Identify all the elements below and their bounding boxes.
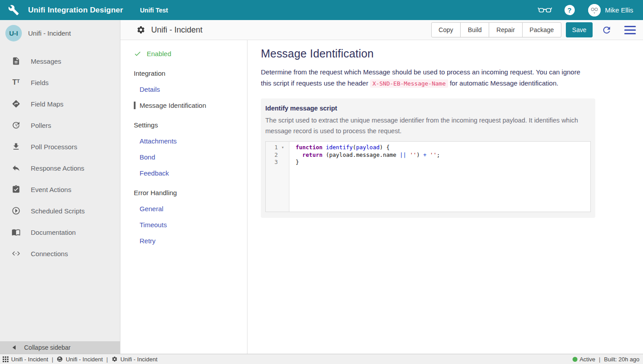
statusbar-shortcut-grid[interactable]: Unifi - Incident — [3, 356, 48, 363]
sidebar-item-documentation[interactable]: Documentation — [0, 221, 120, 243]
fields-icon: TT — [11, 78, 21, 86]
app-icon — [57, 356, 63, 362]
section-title-integration: Integration — [134, 70, 247, 77]
nav-item-feedback[interactable]: Feedback — [140, 169, 247, 177]
nav-item-message-identification[interactable]: Message Identification — [134, 102, 247, 109]
card-description: The script used to extract the unique me… — [265, 115, 591, 136]
sidebar-item-poll-processors[interactable]: Poll Processors — [0, 136, 120, 157]
collapse-sidebar-button[interactable]: Collapse sidebar — [0, 341, 120, 354]
sidebar-item-scheduled-scripts[interactable]: Scheduled Scripts — [0, 200, 120, 221]
nav-item-general[interactable]: General — [140, 205, 247, 213]
nav-item-attachments[interactable]: Attachments — [140, 137, 247, 145]
sidebar-item-label: Messages — [31, 57, 61, 65]
card-title: Identify message script — [265, 105, 591, 112]
check-icon — [134, 50, 141, 57]
statusbar-shortcut-gear[interactable]: Unifi - Incident — [111, 356, 157, 363]
main-description: Determine from the request which Message… — [261, 66, 587, 89]
main-panel: Message Identification Determine from th… — [247, 40, 643, 354]
help-icon[interactable]: ? — [565, 5, 575, 15]
content-header: Unifi - Incident Copy Build Repair Packa… — [120, 20, 643, 40]
sidebar-item-label: Documentation — [31, 229, 76, 236]
top-bar: Unifi Integration Designer Unifi Test ? … — [0, 0, 643, 20]
separator: | — [599, 356, 600, 363]
separator: | — [107, 356, 108, 363]
gear-icon — [111, 356, 118, 362]
package-button[interactable]: Package — [522, 22, 561, 37]
sidebar-item-response-actions[interactable]: Response Actions — [0, 157, 120, 179]
header-code-badge: X-SND-EB-Message-Name — [370, 79, 448, 88]
sidebar-item-label: Connections — [31, 250, 68, 258]
code-line-2: return (payload.message.name || '') + ''… — [296, 151, 440, 159]
page-title: Unifi - Incident — [151, 25, 202, 35]
sidebar: U-I Unifi - Incident Messages TT Fields — [0, 20, 120, 354]
nav-item-timeouts[interactable]: Timeouts — [140, 221, 247, 229]
active-status-icon — [573, 357, 577, 362]
event-actions-icon — [11, 185, 21, 194]
sidebar-item-pollers[interactable]: Pollers — [0, 115, 120, 136]
sidebar-item-label: Scheduled Scripts — [31, 207, 85, 215]
code-line-3: } — [296, 159, 440, 166]
code-line-1: function identify(payload) { — [296, 144, 440, 151]
refresh-icon[interactable] — [602, 25, 612, 35]
line-number: 1 — [266, 144, 278, 151]
statusbar-shortcut-label: Unifi - Incident — [120, 356, 157, 363]
statusbar-shortcut-label: Unifi - Incident — [11, 356, 48, 363]
section-title-settings: Settings — [134, 121, 247, 129]
statusbar-shortcut-app[interactable]: Unifi - Incident — [57, 356, 103, 363]
app-title: Unifi Integration Designer — [28, 6, 123, 15]
collapse-arrow-icon — [12, 345, 16, 350]
section-nav: Enabled Integration Details Message Iden… — [120, 40, 247, 354]
integration-header[interactable]: U-I Unifi - Incident — [0, 20, 120, 46]
connections-icon — [11, 249, 21, 258]
code-content[interactable]: function identify(payload) { return (pay… — [289, 142, 440, 212]
build-button[interactable]: Build — [460, 22, 489, 37]
active-status-label: Active — [580, 356, 595, 363]
workspace-name[interactable]: Unifi Test — [140, 7, 168, 14]
sidebar-item-label: Field Maps — [31, 100, 63, 108]
statusbar-shortcut-label: Unifi - Incident — [66, 356, 103, 363]
menu-hamburger-icon[interactable] — [624, 26, 636, 34]
nav-item-details[interactable]: Details — [140, 86, 247, 93]
script-code-editor[interactable]: 1 ▾ 2 3 — [265, 141, 591, 212]
nav-item-retry[interactable]: Retry — [140, 237, 247, 245]
user-avatar[interactable] — [588, 4, 601, 16]
wrench-icon — [8, 4, 19, 16]
response-actions-icon — [11, 164, 21, 172]
poll-processors-icon — [11, 142, 21, 151]
line-number: 3 — [266, 159, 278, 166]
main-title: Message Identification — [261, 47, 643, 60]
messages-icon — [11, 57, 21, 65]
user-name[interactable]: Mike Ellis — [605, 6, 633, 14]
nav-item-bond[interactable]: Bond — [140, 153, 247, 161]
separator: | — [52, 356, 53, 363]
editor-gutter: 1 ▾ 2 3 — [266, 142, 289, 212]
copy-button[interactable]: Copy — [431, 22, 461, 37]
sidebar-item-fields[interactable]: TT Fields — [0, 72, 120, 93]
sidebar-item-label: Pollers — [31, 122, 51, 129]
enabled-toggle[interactable]: Enabled — [134, 50, 247, 57]
sidebar-item-label: Fields — [31, 79, 49, 86]
section-title-error-handling: Error Handling — [134, 189, 247, 196]
identify-script-card: Identify message script The script used … — [261, 98, 595, 218]
enabled-label: Enabled — [147, 50, 171, 57]
collapse-sidebar-label: Collapse sidebar — [24, 344, 70, 351]
scheduled-scripts-icon — [11, 206, 21, 215]
documentation-icon — [11, 228, 21, 237]
sidebar-item-label: Event Actions — [31, 186, 71, 193]
sidebar-item-label: Response Actions — [31, 164, 84, 172]
sidebar-item-label: Poll Processors — [31, 143, 77, 151]
sidebar-item-event-actions[interactable]: Event Actions — [0, 179, 120, 200]
integration-gear-icon — [136, 25, 145, 34]
sidebar-item-connections[interactable]: Connections — [0, 243, 120, 264]
integration-avatar: U-I — [5, 25, 22, 41]
repair-button[interactable]: Repair — [489, 22, 522, 37]
app-window: Unifi Integration Designer Unifi Test ? … — [0, 0, 643, 364]
built-status-label: Built: 20h ago — [604, 356, 639, 363]
fold-arrow-icon[interactable]: ▾ — [278, 144, 288, 151]
line-number: 2 — [266, 151, 278, 159]
sidebar-item-field-maps[interactable]: Field Maps — [0, 93, 120, 115]
preview-glasses-icon[interactable] — [538, 5, 552, 15]
action-button-group: Copy Build Repair Package — [431, 22, 562, 37]
save-button[interactable]: Save — [566, 22, 593, 37]
sidebar-item-messages[interactable]: Messages — [0, 50, 120, 72]
